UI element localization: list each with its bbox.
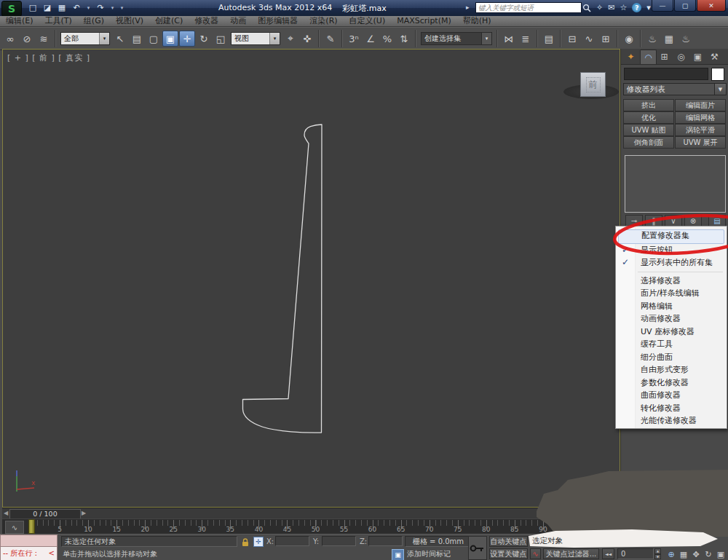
angle-snap-icon[interactable]: ∠	[363, 31, 379, 47]
render-production-icon[interactable]: ♨	[678, 31, 694, 47]
menubar-item-12[interactable]: 帮助(H)	[457, 16, 497, 26]
context-menu-item-7[interactable]: 动画修改器	[616, 312, 727, 326]
context-menu-item-14[interactable]: 转化修改器	[616, 402, 727, 415]
context-menu-item-1[interactable]: 配置修改器集	[618, 229, 724, 244]
next-frame-button[interactable]: ▶	[82, 510, 86, 516]
redo-icon[interactable]: ↷	[94, 1, 107, 14]
set-keys-button[interactable]	[468, 536, 487, 560]
menubar-item-4[interactable]: 视图(V)	[110, 16, 149, 26]
keyboard-override-icon[interactable]: ✎	[323, 31, 339, 47]
context-menu-item-12[interactable]: 参数化修改器	[616, 376, 727, 390]
bind-to-space-warp-icon[interactable]: ≋	[36, 31, 52, 47]
modifier-button-7[interactable]: 倒角剖面	[623, 136, 674, 149]
modifier-button-5[interactable]: UVW 贴图	[623, 124, 674, 136]
close-button[interactable]: ✕	[697, 0, 726, 12]
modifier-list-arrow-icon[interactable]: ▼	[715, 83, 727, 95]
help-caret-icon[interactable]: ▾	[646, 3, 651, 12]
subscription-center-icon[interactable]: ✧	[596, 3, 603, 12]
set-key-button[interactable]: 设置关键点	[489, 548, 528, 559]
selection-lock-icon[interactable]	[240, 537, 250, 547]
named-selection-sets-dropdown[interactable]: 创建选择集▾	[421, 32, 492, 45]
graphite-ribbon-icon[interactable]: ⊟	[564, 31, 580, 47]
layer-manager-icon[interactable]: ▤	[541, 31, 557, 47]
time-slider-handle[interactable]	[28, 519, 35, 534]
reference-coordinate-dropdown-arrow-icon[interactable]: ▾	[269, 33, 280, 44]
spline-profile-shape[interactable]	[3, 50, 620, 507]
current-frame-field[interactable]: 0	[617, 548, 654, 559]
menubar-item-6[interactable]: 修改器	[189, 16, 224, 26]
key-mode-toggle-icon[interactable]: ◄◄	[602, 548, 614, 559]
snap-3d-icon[interactable]: 3ⁿ	[346, 31, 362, 47]
curve-editor-icon[interactable]: ∿	[581, 31, 597, 47]
selection-filter-dropdown[interactable]: 全部▾	[60, 32, 110, 45]
menubar-item-1[interactable]: 编辑(E)	[0, 16, 39, 26]
new-file-icon[interactable]: □	[26, 1, 39, 14]
auto-key-button[interactable]: 自动关键点	[489, 536, 528, 547]
context-menu-item-15[interactable]: 光能传递修改器	[616, 414, 727, 427]
mini-curve-editor-button[interactable]: ∿	[5, 521, 24, 534]
named-selection-sets-dropdown-arrow-icon[interactable]: ▾	[481, 33, 491, 44]
context-menu-item-3[interactable]: ✓显示列表中的所有集	[616, 256, 727, 269]
menubar-item-7[interactable]: 动画	[224, 16, 252, 26]
open-file-icon[interactable]: ◪	[41, 1, 54, 14]
tab-create[interactable]: ✦	[623, 50, 638, 63]
reference-coordinate-dropdown[interactable]: 视图▾	[231, 32, 280, 45]
spinner-down-icon[interactable]: ▼	[654, 554, 661, 560]
tab-display[interactable]: ▣	[690, 50, 705, 63]
undo-icon[interactable]: ↶	[70, 1, 83, 14]
selected-mode-label[interactable]: 选定对象	[532, 536, 563, 546]
unlink-selection-icon[interactable]: ⊘	[19, 31, 35, 47]
frame-spinner[interactable]: ▲▼	[654, 548, 661, 559]
modifier-button-2[interactable]: 编辑面片	[675, 99, 726, 111]
favorites-icon[interactable]: ☆	[620, 3, 627, 12]
modifier-button-6[interactable]: 涡轮平滑	[675, 124, 726, 136]
schematic-view-icon[interactable]: ⊞	[598, 31, 614, 47]
object-color-swatch[interactable]	[711, 68, 724, 81]
menubar-item-10[interactable]: 自定义(U)	[344, 16, 392, 26]
select-and-rotate-icon[interactable]: ↻	[196, 31, 212, 47]
menubar-item-3[interactable]: 组(G)	[78, 16, 110, 26]
window-crossing-icon[interactable]: ▣	[162, 31, 178, 47]
spinner-up-icon[interactable]: ▲	[654, 548, 661, 554]
key-filters-button[interactable]: 关键点过滤器...	[543, 548, 599, 559]
add-time-tag-label[interactable]: 添加时间标记	[407, 549, 451, 559]
context-menu-item-4[interactable]: 选择修改器	[616, 275, 727, 288]
modifier-stack-list[interactable]	[625, 155, 726, 213]
default-tangent-icon[interactable]: ∿	[530, 548, 541, 559]
modifier-button-1[interactable]: 挤出	[623, 99, 674, 111]
menubar-item-5[interactable]: 创建(C)	[149, 16, 189, 26]
tab-hierarchy[interactable]: ⊞	[657, 50, 672, 63]
maxscript-mini-listener[interactable]: -- 所在行： <	[0, 547, 58, 560]
search-icon[interactable]	[582, 4, 591, 12]
menubar-item-8[interactable]: 图形编辑器	[252, 16, 304, 26]
object-name-field[interactable]	[624, 68, 708, 80]
menubar-item-9[interactable]: 渲染(R)	[304, 16, 343, 26]
qat-options-caret-icon[interactable]: ▾	[118, 1, 126, 14]
zoom-all-icon[interactable]: ▦	[678, 548, 689, 560]
select-by-name-icon[interactable]: ▤	[129, 31, 145, 47]
communication-center-icon[interactable]: ✉	[608, 3, 614, 12]
selection-region-icon[interactable]: ▢	[146, 31, 162, 47]
mirror-icon[interactable]: ⋈	[501, 31, 517, 47]
context-menu-item-6[interactable]: 网格编辑	[616, 300, 727, 313]
absolute-offset-mode-toggle[interactable]: ✛	[253, 537, 264, 547]
maximize-button[interactable]: ▢	[674, 0, 696, 12]
undo-caret-icon[interactable]: ▾	[84, 1, 92, 14]
render-setup-icon[interactable]: ♨	[644, 31, 660, 47]
coord-field-z[interactable]	[368, 536, 403, 546]
tab-utilities[interactable]: ⚒	[707, 50, 722, 63]
spinner-snap-icon[interactable]: ⇅	[396, 31, 412, 47]
help-icon[interactable]: ?	[632, 3, 641, 12]
coord-field-y[interactable]	[322, 536, 356, 546]
use-pivot-center-icon[interactable]: ⌖	[282, 31, 298, 47]
infocenter-search-input[interactable]	[475, 2, 582, 13]
3dsmax-logo-icon[interactable]: S	[1, 1, 22, 17]
viewport-front[interactable]: [ + ] [ 前 ] [ 真实 ] 前 x	[2, 49, 620, 508]
viewcube[interactable]: 前	[580, 72, 606, 97]
time-slider-frame-indicator[interactable]: 0 / 100	[9, 509, 81, 519]
add-time-tag-icon[interactable]: ▣	[392, 549, 404, 560]
minimize-button[interactable]: —	[652, 0, 673, 12]
track-bar[interactable]: ∿ 51015202530354045505560657075808590	[2, 518, 620, 534]
zoom-icon[interactable]: ⊕	[665, 548, 677, 560]
context-menu-item-13[interactable]: 曲面修改器	[616, 389, 727, 402]
